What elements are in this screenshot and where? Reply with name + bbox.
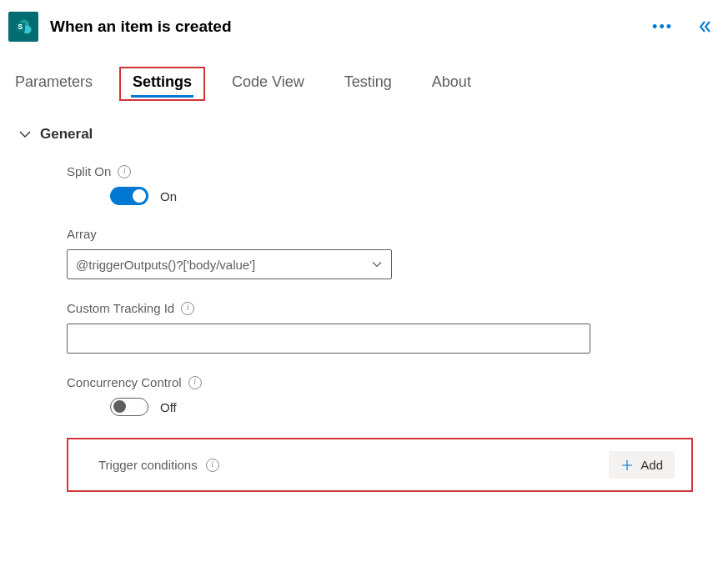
- info-icon[interactable]: [188, 376, 202, 389]
- field-trigger-conditions: Trigger conditions Add: [67, 438, 693, 492]
- chevron-down-icon: [18, 128, 32, 141]
- add-button-label: Add: [640, 458, 663, 472]
- sharepoint-icon: S: [8, 12, 38, 42]
- split-on-state: On: [160, 189, 177, 203]
- tab-bar: Parameters Settings Code View Testing Ab…: [0, 53, 728, 99]
- chevron-down-icon: [371, 258, 383, 270]
- field-custom-tracking: Custom Tracking Id: [67, 301, 715, 354]
- card-header: S When an item is created •••: [0, 0, 728, 53]
- tab-parameters[interactable]: Parameters: [12, 68, 96, 99]
- tab-about[interactable]: About: [429, 68, 474, 99]
- array-label: Array: [67, 227, 97, 241]
- more-actions-button[interactable]: •••: [652, 18, 673, 36]
- custom-tracking-label: Custom Tracking Id: [67, 301, 174, 315]
- header-title: When an item is created: [50, 18, 640, 36]
- array-value: @triggerOutputs()?['body/value']: [76, 258, 255, 272]
- info-icon[interactable]: [206, 459, 219, 472]
- concurrency-label: Concurrency Control: [67, 375, 182, 389]
- array-dropdown[interactable]: @triggerOutputs()?['body/value']: [67, 249, 392, 279]
- split-on-toggle[interactable]: [110, 187, 148, 205]
- concurrency-state: Off: [160, 400, 177, 414]
- svg-text:S: S: [18, 23, 23, 31]
- section-general-header[interactable]: General: [13, 126, 715, 143]
- custom-tracking-input[interactable]: [67, 324, 590, 354]
- tab-settings[interactable]: Settings: [129, 68, 195, 99]
- plus-icon: [620, 459, 634, 472]
- info-icon[interactable]: [181, 302, 194, 315]
- split-on-label: Split On: [67, 164, 111, 178]
- field-concurrency: Concurrency Control Off: [67, 375, 715, 416]
- tab-settings-label: Settings: [133, 73, 192, 90]
- section-title: General: [40, 126, 93, 143]
- tab-code-view[interactable]: Code View: [228, 68, 308, 99]
- info-icon[interactable]: [118, 165, 131, 178]
- field-split-on: Split On On: [67, 164, 715, 205]
- concurrency-toggle[interactable]: [110, 398, 148, 416]
- tab-testing[interactable]: Testing: [341, 68, 395, 99]
- collapse-panel-button[interactable]: [696, 18, 713, 35]
- field-array: Array @triggerOutputs()?['body/value']: [67, 227, 715, 279]
- trigger-conditions-label: Trigger conditions: [98, 458, 198, 472]
- add-trigger-condition-button[interactable]: Add: [609, 451, 675, 479]
